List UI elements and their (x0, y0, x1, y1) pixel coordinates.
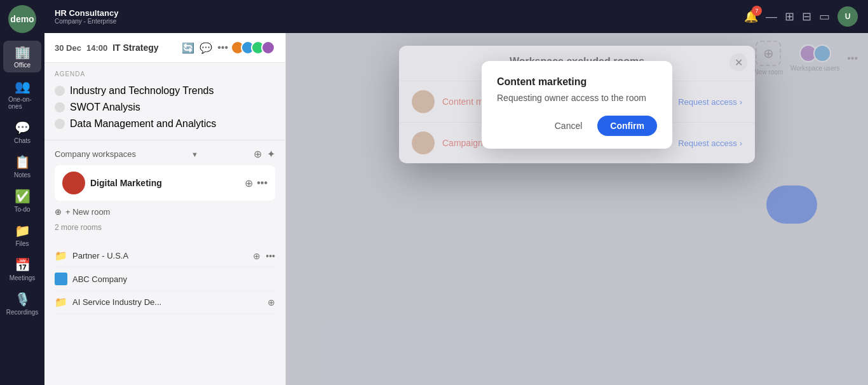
agenda-text-1: Industry and Technology Trends (70, 85, 214, 97)
add-partner-icon[interactable]: ⊕ (253, 251, 261, 261)
more-rooms: 2 more rooms (55, 220, 275, 234)
partner-more-icon[interactable]: ••• (266, 251, 275, 261)
confirm-dialog-actions: Cancel Confirm (497, 116, 657, 136)
sidebar-item-office[interactable]: 🏢 Office (3, 41, 41, 72)
top-bar-icons: 🔔 7 — ⊞ ⊟ ▭ U (744, 6, 858, 27)
new-room-icon: ⊕ (55, 207, 62, 217)
sidebar-item-todo[interactable]: ✅ To-do (3, 185, 41, 217)
workspace-title: Company workspaces (55, 149, 136, 159)
ai-folder-icon: 📁 (55, 296, 67, 308)
sidebar-item-label: To-do (14, 206, 30, 213)
agenda-text-2: SWOT Analysis (70, 102, 140, 113)
add-workspace-icon[interactable]: ⊕ (254, 148, 262, 160)
ai-service-item: 📁 AI Service Industry De... ⊕ (55, 291, 275, 314)
meetings-icon: 📅 (15, 257, 31, 273)
window-icon[interactable]: ▭ (819, 10, 830, 24)
office-icon: 🏢 (15, 44, 31, 60)
minimize-icon[interactable]: — (766, 10, 777, 24)
meeting-title: IT Strategy (112, 43, 177, 53)
ai-name: AI Service Industry De... (72, 297, 262, 307)
partner-item: 📁 Partner - U.S.A ⊕ ••• (55, 245, 275, 267)
excluded-rooms-modal: Workspace excluded rooms Digital Marketi… (399, 46, 755, 163)
agenda-dot-3 (55, 119, 65, 129)
notification-bell[interactable]: 🔔 7 (744, 10, 758, 24)
magic-icon[interactable]: ✦ (267, 148, 275, 160)
agenda-dot-1 (55, 86, 65, 96)
agenda-item-1: Industry and Technology Trends (55, 83, 275, 99)
sidebar-item-label: Files (15, 240, 29, 247)
company-name: HR Consultancy (55, 8, 118, 18)
abc-name: ABC Company (72, 274, 275, 284)
confirm-dialog-overlay: Content marketing Requesting owner acces… (399, 46, 755, 163)
meeting-icons: 🔄 💬 ••• (182, 42, 228, 54)
sidebar-item-notes[interactable]: 📋 Notes (3, 151, 41, 182)
workspace-actions: ⊕ ✦ (254, 148, 275, 160)
dm-name: Digital Marketing (90, 178, 240, 188)
digital-marketing-room[interactable]: Digital Marketing ⊕ ••• (55, 165, 275, 201)
sidebar-item-files[interactable]: 📁 Files (3, 219, 41, 251)
partner-section: 📁 Partner - U.S.A ⊕ ••• ABC Company 📁 AI… (44, 242, 285, 316)
agenda-section: AGENDA Industry and Technology Trends SW… (44, 63, 285, 140)
files-icon: 📁 (15, 223, 31, 238)
abc-color-icon (55, 273, 67, 285)
sidebar-item-label: Office (14, 62, 31, 69)
meeting-time: 14:00 (86, 43, 107, 53)
company-logo[interactable]: demo (8, 5, 36, 33)
agenda-label: AGENDA (55, 71, 275, 78)
layout-icon[interactable]: ⊟ (802, 10, 811, 24)
right-panel: ⊕ New room Workspace users ••• Works (286, 33, 868, 385)
todo-icon: ✅ (15, 189, 31, 204)
main-area: HR Consultancy Company - Enterprise 🔔 7 … (44, 0, 868, 385)
confirm-dialog-title: Content marketing (497, 76, 657, 88)
confirm-dialog-message: Requesting owner access to the room (497, 93, 657, 103)
room-actions: ⊕ ••• (245, 177, 268, 189)
logo-text: demo (10, 14, 34, 24)
one-on-ones-icon: 👥 (15, 79, 31, 94)
confirm-dialog: Content marketing Requesting owner acces… (482, 61, 672, 149)
cancel-button[interactable]: Cancel (547, 116, 590, 136)
workspace-header: Company workspaces ▼ ⊕ ✦ (55, 148, 275, 160)
sidebar: demo 🏢 Office 👥 One-on-ones 💬 Chats 📋 No… (0, 0, 44, 385)
sidebar-item-label: One-on-ones (8, 96, 36, 110)
new-room-label: + New room (65, 207, 110, 217)
agenda-dot-2 (55, 102, 65, 112)
meeting-header: 30 Dec 14:00 IT Strategy 🔄 💬 ••• (44, 33, 285, 63)
dm-avatar (62, 172, 85, 194)
add-ai-icon[interactable]: ⊕ (268, 297, 275, 307)
sidebar-item-one-on-ones[interactable]: 👥 One-on-ones (3, 75, 41, 114)
more-options-icon[interactable]: ••• (257, 177, 268, 189)
meeting-date: 30 Dec (55, 43, 81, 53)
left-panel: 30 Dec 14:00 IT Strategy 🔄 💬 ••• AGENDA (44, 33, 286, 385)
folder-icon: 📁 (55, 250, 67, 262)
top-bar: HR Consultancy Company - Enterprise 🔔 7 … (44, 0, 868, 33)
confirm-button[interactable]: Confirm (597, 116, 657, 136)
user-avatar[interactable]: U (837, 6, 858, 27)
more-icon[interactable]: ••• (217, 42, 228, 54)
sidebar-item-meetings[interactable]: 📅 Meetings (3, 253, 41, 285)
partner-name: Partner - U.S.A (72, 251, 248, 260)
notes-icon: 📋 (15, 154, 31, 170)
abc-company-item: ABC Company (55, 267, 275, 291)
company-type: Company - Enterprise (55, 18, 118, 25)
notification-count: 7 (752, 6, 762, 16)
sidebar-item-label: Notes (14, 172, 31, 179)
recordings-icon: 🎙️ (15, 292, 31, 307)
sidebar-item-label: Recordings (6, 309, 39, 316)
sidebar-item-label: Meetings (10, 274, 36, 281)
agenda-item-2: SWOT Analysis (55, 99, 275, 116)
add-room-icon[interactable]: ⊕ (245, 177, 253, 189)
agenda-item-3: Data Management and Analytics (55, 116, 275, 132)
company-info: HR Consultancy Company - Enterprise (55, 8, 118, 25)
agenda-text-3: Data Management and Analytics (70, 118, 216, 130)
sidebar-item-label: Chats (14, 137, 31, 144)
refresh-icon[interactable]: 🔄 (182, 42, 194, 54)
content-area: 30 Dec 14:00 IT Strategy 🔄 💬 ••• AGENDA (44, 33, 868, 385)
chats-icon: 💬 (15, 120, 31, 135)
sidebar-item-recordings[interactable]: 🎙️ Recordings (3, 288, 41, 320)
modal-overlay: Workspace excluded rooms Digital Marketi… (286, 33, 868, 385)
chat-icon[interactable]: 💬 (200, 42, 212, 54)
sidebar-item-chats[interactable]: 💬 Chats (3, 116, 41, 148)
workspace-section: Company workspaces ▼ ⊕ ✦ Digital Marketi… (44, 140, 285, 242)
expand-icon[interactable]: ⊞ (785, 10, 794, 24)
new-room-button[interactable]: ⊕ + New room (55, 203, 275, 220)
